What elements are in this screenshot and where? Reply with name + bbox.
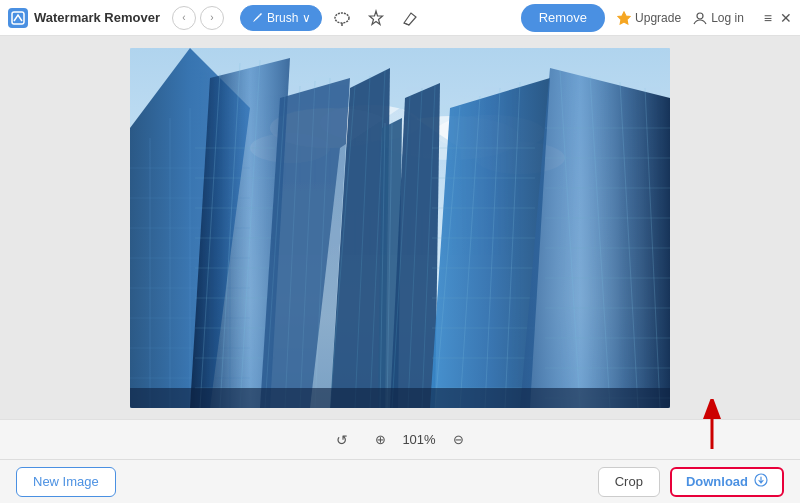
main-canvas — [0, 36, 800, 419]
svg-point-1 — [335, 13, 349, 23]
image-display[interactable] — [130, 48, 670, 408]
new-image-button[interactable]: New Image — [16, 467, 116, 497]
lasso-tool-button[interactable] — [328, 4, 356, 32]
upgrade-button[interactable]: Upgrade — [617, 11, 681, 25]
login-label: Log in — [711, 11, 744, 25]
download-label: Download — [686, 474, 748, 489]
download-button[interactable]: Download — [670, 467, 784, 497]
remove-button[interactable]: Remove — [521, 4, 605, 32]
footer-bar: New Image Crop Download — [0, 459, 800, 503]
zoom-controls: ⊕ 101% ⊖ — [369, 429, 469, 451]
rotate-button[interactable]: ↺ — [331, 429, 353, 451]
back-button[interactable]: ‹ — [172, 6, 196, 30]
brush-label: Brush — [267, 11, 298, 25]
app-logo: Watermark Remover — [8, 8, 160, 28]
rotate-icon: ↺ — [336, 432, 348, 448]
upgrade-label: Upgrade — [635, 11, 681, 25]
brush-arrow: ∨ — [302, 11, 311, 25]
forward-button[interactable]: › — [200, 6, 224, 30]
crop-button[interactable]: Crop — [598, 467, 660, 497]
brush-tool-button[interactable]: Brush ∨ — [240, 5, 322, 31]
buildings-overlay — [130, 48, 670, 408]
app-title: Watermark Remover — [34, 10, 160, 25]
logo-icon — [8, 8, 28, 28]
titlebar-right-section: Upgrade Log in ≡ ✕ — [617, 10, 792, 26]
window-controls: ≡ ✕ — [764, 10, 792, 26]
pin-tool-button[interactable] — [362, 4, 390, 32]
zoom-toolbar: ↺ ⊕ 101% ⊖ — [0, 419, 800, 459]
title-bar: Watermark Remover ‹ › Brush ∨ — [0, 0, 800, 36]
zoom-in-button[interactable]: ⊕ — [369, 429, 391, 451]
tool-buttons: Brush ∨ — [240, 4, 424, 32]
svg-point-2 — [697, 13, 703, 19]
eraser-tool-button[interactable] — [396, 4, 424, 32]
download-icon — [754, 473, 768, 490]
login-button[interactable]: Log in — [693, 11, 744, 25]
zoom-level: 101% — [399, 432, 439, 447]
svg-rect-83 — [130, 388, 670, 408]
nav-controls: ‹ › — [172, 6, 224, 30]
footer-right-actions: Crop Download — [598, 467, 784, 497]
zoom-out-button[interactable]: ⊖ — [447, 429, 469, 451]
close-button[interactable]: ✕ — [780, 10, 792, 26]
loaded-image — [130, 48, 670, 408]
menu-button[interactable]: ≡ — [764, 10, 772, 26]
